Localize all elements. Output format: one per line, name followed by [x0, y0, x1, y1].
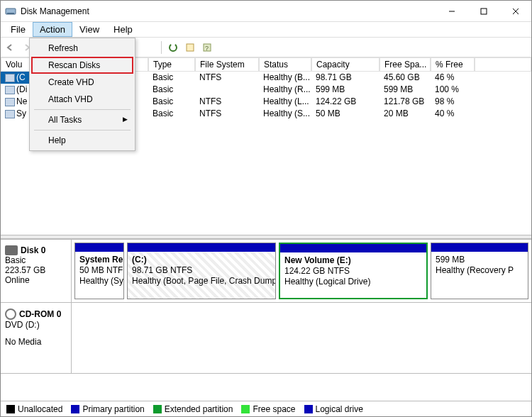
volume-icon: [5, 86, 15, 94]
properties-icon[interactable]: [182, 40, 198, 55]
col-status[interactable]: Status: [259, 57, 311, 72]
vol-type: Basic: [148, 96, 195, 108]
disk-row-cdrom[interactable]: CD-ROM 0 DVD (D:) No Media: [1, 303, 531, 374]
partition-bar: [75, 243, 123, 252]
volume-icon: [5, 110, 15, 118]
cdrom-kind: DVD (D:): [5, 320, 67, 330]
col-free[interactable]: Free Spa...: [379, 57, 431, 72]
legend: Unallocated Primary partition Extended p…: [1, 401, 531, 416]
vol-status: Healthy (R...: [259, 84, 311, 96]
maximize-button[interactable]: [467, 1, 499, 21]
menu-attach-vhd[interactable]: Attach VHD: [31, 91, 133, 108]
cdrom-info[interactable]: CD-ROM 0 DVD (D:) No Media: [1, 303, 72, 373]
menu-separator: [34, 130, 131, 130]
menu-file[interactable]: File: [4, 22, 33, 37]
col-pctfree[interactable]: % Free: [431, 57, 475, 72]
chevron-right-icon: ▶: [123, 116, 128, 123]
title-bar: Disk Management: [1, 1, 531, 22]
volume-icon: [5, 98, 15, 106]
help-icon[interactable]: ?: [199, 40, 215, 55]
refresh-icon[interactable]: [165, 40, 181, 55]
vol-fs: NTFS: [195, 96, 259, 108]
partition-new-volume-e[interactable]: New Volume (E:) 124.22 GB NTFS Healthy (…: [279, 243, 428, 299]
vol-capacity: 98.71 GB: [311, 72, 379, 84]
vol-pct: 46 %: [431, 72, 475, 84]
menu-help-item[interactable]: Help: [31, 132, 133, 149]
col-spacer: [475, 57, 531, 72]
svg-rect-1: [7, 13, 14, 14]
partition-system-reserved[interactable]: System Re 50 MB NTF Healthy (Sy: [74, 243, 124, 299]
vol-fs: NTFS: [195, 72, 259, 84]
legend-extended: Extended partition: [153, 404, 233, 414]
vol-status: Healthy (L...: [259, 96, 311, 108]
legend-unallocated: Unallocated: [6, 404, 62, 414]
disk-row-0[interactable]: Disk 0 Basic 223.57 GB Online System Re …: [1, 239, 531, 303]
vol-fs: NTFS: [195, 108, 259, 120]
cdrom-partitions: [72, 303, 531, 373]
disk-icon: [5, 245, 18, 255]
disk-map: Disk 0 Basic 223.57 GB Online System Re …: [1, 239, 531, 374]
back-button[interactable]: [4, 40, 19, 55]
vol-status: Healthy (B...: [259, 72, 311, 84]
menu-action[interactable]: Action: [33, 22, 72, 37]
menu-rescan-disks[interactable]: Rescan Disks: [31, 57, 133, 74]
disk0-partitions: System Re 50 MB NTF Healthy (Sy (C:) 98.…: [72, 240, 531, 302]
partition-c[interactable]: (C:) 98.71 GB NTFS Healthy (Boot, Page F…: [127, 243, 276, 299]
partition-bar: [128, 243, 275, 252]
close-button[interactable]: [499, 1, 531, 21]
svg-point-6: [170, 44, 177, 51]
menu-create-vhd[interactable]: Create VHD: [31, 74, 133, 91]
vol-pct: 98 %: [431, 96, 475, 108]
disk0-state: Online: [5, 275, 67, 285]
vol-type: Basic: [148, 108, 195, 120]
vol-capacity: 50 MB: [311, 108, 379, 120]
vol-type: Basic: [148, 72, 195, 84]
menu-view[interactable]: View: [72, 22, 106, 37]
legend-free: Free space: [241, 404, 295, 414]
window-controls: [436, 1, 531, 21]
cdrom-state: No Media: [5, 337, 67, 347]
disk0-kind: Basic: [5, 255, 67, 265]
vol-type: Basic: [148, 84, 195, 96]
legend-logical: Logical drive: [304, 404, 363, 414]
vol-pct: 40 %: [431, 108, 475, 120]
svg-text:?: ?: [205, 45, 209, 52]
col-capacity[interactable]: Capacity: [311, 57, 379, 72]
menu-help[interactable]: Help: [106, 22, 140, 37]
window-title: Disk Management: [21, 6, 436, 16]
vol-free: 20 MB: [379, 108, 431, 120]
minimize-button[interactable]: [436, 1, 467, 21]
vol-status: Healthy (S...: [259, 108, 311, 120]
app-icon: [5, 6, 16, 17]
vol-free: 121.78 GB: [379, 96, 431, 108]
menu-refresh[interactable]: Refresh: [31, 40, 133, 57]
vol-capacity: 124.22 GB: [311, 96, 379, 108]
vol-pct: 100 %: [431, 84, 475, 96]
vol-free: 45.60 GB: [379, 72, 431, 84]
toolbar-separator: [161, 41, 162, 54]
vol-fs: [195, 84, 259, 96]
vol-free: 599 MB: [379, 84, 431, 96]
menu-all-tasks[interactable]: All Tasks▶: [31, 111, 133, 128]
col-type[interactable]: Type: [148, 57, 195, 72]
vol-capacity: 599 MB: [311, 84, 379, 96]
menu-separator: [34, 109, 131, 110]
disk0-info[interactable]: Disk 0 Basic 223.57 GB Online: [1, 240, 72, 302]
cdrom-icon: [5, 308, 16, 320]
partition-bar: [280, 244, 426, 252]
disk0-size: 223.57 GB: [5, 265, 67, 275]
svg-rect-3: [481, 9, 487, 14]
legend-primary: Primary partition: [71, 404, 144, 414]
menu-bar: File Action View Help: [1, 22, 531, 38]
volume-icon: [5, 74, 15, 82]
col-filesystem[interactable]: File System: [195, 57, 259, 72]
svg-rect-7: [187, 44, 194, 51]
partition-recovery[interactable]: 599 MB Healthy (Recovery P: [431, 243, 528, 299]
partition-bar: [431, 243, 528, 252]
action-dropdown: Refresh Rescan Disks Create VHD Attach V…: [29, 38, 135, 151]
